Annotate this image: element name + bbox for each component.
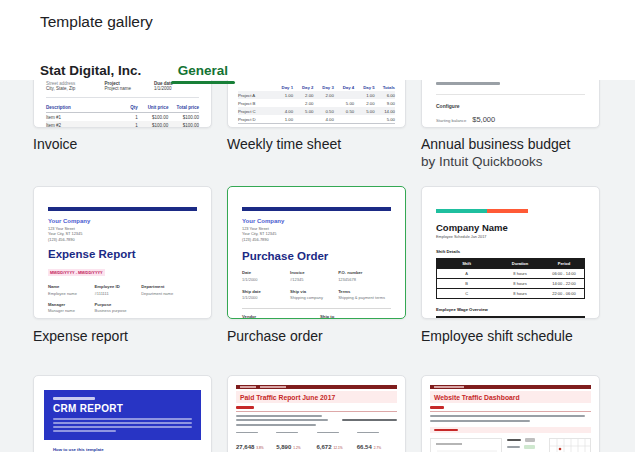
paragraph-placeholder <box>430 415 591 422</box>
template-author: by Intuit Quickbooks <box>421 154 543 169</box>
accent-bar <box>436 209 528 213</box>
col-header: Day 3 <box>313 85 333 90</box>
configure-label: Configure <box>436 103 585 109</box>
table-row: Project A 1.00 2.00 2.00 1.00 6.00 <box>238 91 395 99</box>
table-row: Item #2 1 $100.00 $100.00 <box>46 121 199 128</box>
template-name-expense-report[interactable]: Expense report <box>33 328 128 344</box>
template-card-annual-business-budget[interactable]: Configure Starting balance $5,000 <box>421 80 600 128</box>
starting-balance-value: $5,000 <box>472 115 495 124</box>
template-name-employee-shift-schedule[interactable]: Employee shift schedule <box>421 328 573 344</box>
vendor-block: Vendor Name Company name Street address … <box>242 314 320 319</box>
metrics-row: 27,6483.8% 5,8901.2% 6,67212.1% 66.542.7… <box>236 432 397 452</box>
metrics-table <box>507 438 544 452</box>
report-title: Website Traffic Dashboard <box>434 394 587 401</box>
text-placeholder <box>436 82 500 85</box>
crm-banner: CRM REPORT <box>44 390 201 440</box>
divider <box>436 94 585 95</box>
document-title: Expense Report <box>48 248 197 260</box>
line-chart <box>430 438 502 452</box>
text-placeholder <box>53 397 95 400</box>
section-band <box>430 427 591 433</box>
active-tab-underline <box>171 81 235 84</box>
shift-details-table: Shift Duration Period A 8 hours 06:00 - … <box>436 258 585 299</box>
template-name-annual-business-budget[interactable]: Annual business budget <box>421 136 570 152</box>
bullet-list-placeholder <box>236 415 397 426</box>
report-title: Paid Traffic Report June 2017 <box>240 394 393 401</box>
col-header: Day 4 <box>334 85 354 90</box>
report-top-bar <box>430 385 591 389</box>
col-header: Total price <box>168 105 199 110</box>
schedule-subtitle: Employee Schedule Jan 2017 <box>436 235 585 239</box>
page-title: Template gallery <box>40 13 153 31</box>
starting-balance-label: Starting balance <box>436 118 466 123</box>
table-row: Project D 1.00 4.00 5.00 <box>238 115 395 123</box>
template-gallery-grid: Street address City, State, Zip Project … <box>0 80 635 452</box>
section-label-placeholder <box>236 406 254 409</box>
company-name: Company Name <box>436 222 585 233</box>
template-card-weekly-time-sheet[interactable]: Day 1 Day 2 Day 3 Day 4 Day 5 Totals Pro… <box>227 80 406 128</box>
col-header: Totals <box>375 85 395 90</box>
template-name-purchase-order[interactable]: Purchase order <box>227 328 323 344</box>
wage-overview-table: Employee(s) Name Shift <box>436 316 585 320</box>
template-card-purchase-order[interactable]: Your Company 123 Your Street Your City, … <box>227 186 406 319</box>
col-header: Qty <box>119 105 137 110</box>
invoice-meta-value: 1/1/2000 <box>154 86 199 91</box>
totals-row: Totals 6.00 9.00 6.50 5.50 8.00 34.00 <box>238 123 395 128</box>
template-card-invoice[interactable]: Street address City, State, Zip Project … <box>33 80 212 128</box>
tab-stat-digital[interactable]: Stat Digital, Inc. <box>40 63 141 78</box>
report-title-band: Website Traffic Dashboard <box>430 391 591 403</box>
company-address: 123 Your Street Your City, ST 12345 (123… <box>48 226 197 242</box>
col-header: Day 1 <box>273 85 293 90</box>
template-card-website-traffic-dashboard[interactable]: Website Traffic Dashboard <box>421 375 600 452</box>
report-top-bar <box>236 385 397 389</box>
template-card-paid-traffic-report[interactable]: Paid Traffic Report June 2017 <box>227 375 406 452</box>
tab-bar: Stat Digital, Inc. General <box>40 61 228 79</box>
divider <box>430 411 591 412</box>
template-card-expense-report[interactable]: Your Company 123 Your Street Your City, … <box>33 186 212 319</box>
divider <box>236 411 397 412</box>
table-row: B 8 hours 14:00 - 22:00 <box>437 278 584 288</box>
template-name-invoice[interactable]: Invoice <box>33 136 77 152</box>
dashboard-content <box>430 438 591 452</box>
how-to-use-link: How to use this template <box>53 447 201 452</box>
document-header-rule <box>48 207 197 211</box>
col-header: Description <box>46 105 119 110</box>
company-address: 123 Your Street Your City, ST 12345 (123… <box>242 226 391 242</box>
template-card-employee-shift-schedule[interactable]: Company Name Employee Schedule Jan 2017 … <box>421 186 600 319</box>
heatmap-grid <box>549 438 591 452</box>
crm-report-title: CRM REPORT <box>53 403 192 414</box>
timesheet-table: Day 1 Day 2 Day 3 Day 4 Day 5 Totals Pro… <box>238 83 395 128</box>
section-title: Employee Wage Overview <box>436 307 585 312</box>
template-card-crm-report[interactable]: CRM REPORT How to use this template <box>33 375 212 452</box>
divider <box>46 97 199 98</box>
table-row: Project C 4.00 5.00 0.50 0.50 5.00 14.00 <box>238 107 395 115</box>
table-row: Item #1 1 $100.00 $100.00 <box>46 113 199 121</box>
table-row: A 8 hours 06:00 - 14:00 <box>437 268 584 278</box>
tab-general[interactable]: General <box>178 63 228 78</box>
invoice-table: Description Qty Unit price Total price I… <box>46 103 199 128</box>
document-header-rule <box>242 207 391 211</box>
ship-to-block: Ship to Your Name Your Company 123 Your … <box>320 314 391 319</box>
tab-general-label: General <box>178 63 228 78</box>
company-name: Your Company <box>242 218 391 224</box>
table-row: C 8 hours 22:00 - 06:00 <box>437 288 584 298</box>
divider <box>242 308 391 309</box>
section-label-placeholder <box>430 406 444 409</box>
col-header: Unit price <box>138 105 169 110</box>
invoice-meta-value: City, State, Zip <box>46 86 105 91</box>
invoice-meta-value: Project name <box>105 86 155 91</box>
company-name: Your Company <box>48 218 197 224</box>
gallery-header: Template gallery Stat Digital, Inc. Gene… <box>0 0 635 80</box>
date-range-highlight: MM/DD/YYYY - MM/DD/YYYY <box>48 269 105 276</box>
template-name-weekly-time-sheet[interactable]: Weekly time sheet <box>227 136 341 152</box>
document-title: Purchase Order <box>242 250 391 262</box>
section-title: Shift Details <box>436 249 585 254</box>
col-header: Day 5 <box>354 85 374 90</box>
col-header: Day 2 <box>293 85 313 90</box>
table-row: Project B 2.00 5.00 2.00 9.00 <box>238 99 395 107</box>
report-title-band: Paid Traffic Report June 2017 <box>236 391 397 403</box>
